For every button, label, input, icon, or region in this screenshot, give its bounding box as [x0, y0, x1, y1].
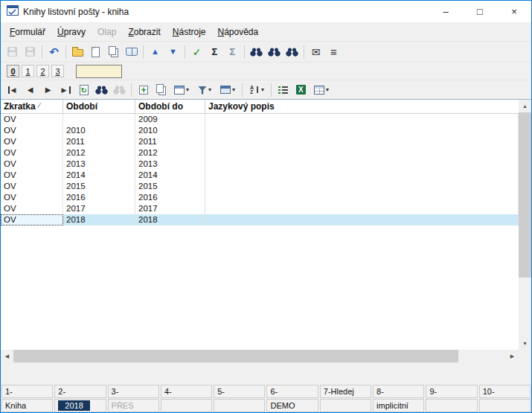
table-cell[interactable]: OV [1, 114, 63, 125]
table-cell[interactable]: 2014 [135, 170, 205, 181]
status-hotkey-2[interactable]: 2- [54, 385, 106, 398]
table-row[interactable]: OV20122012 [1, 147, 519, 159]
status-hotkey-10[interactable]: 10- [479, 385, 531, 398]
table-cell[interactable]: OV [1, 125, 63, 136]
table-cell[interactable]: 2016 [63, 192, 135, 203]
table-cell[interactable]: 2013 [63, 159, 135, 170]
table-cell[interactable]: 2010 [63, 125, 135, 136]
excel-export-button[interactable] [292, 82, 310, 98]
table-row[interactable]: OV20142014 [1, 170, 519, 181]
tab-3[interactable]: 3 [51, 65, 64, 77]
horizontal-scroll-thumb[interactable] [13, 350, 458, 362]
table-cell[interactable]: 2017 [63, 203, 135, 214]
find-next-button[interactable] [283, 44, 301, 60]
sort-button[interactable]: ▾ [246, 82, 268, 98]
table-cell[interactable]: 2014 [63, 170, 135, 181]
search-button[interactable] [93, 82, 110, 98]
status-hotkey-5[interactable]: 5- [214, 385, 265, 398]
table-cell[interactable] [205, 114, 519, 125]
table-cell[interactable]: 2009 [135, 114, 205, 125]
confirm-button[interactable]: ✓ [188, 44, 205, 60]
scroll-up-icon[interactable]: ▲ [519, 100, 531, 112]
table-cell[interactable]: OV [1, 170, 63, 181]
table-row[interactable]: OV20162016 [1, 192, 519, 203]
table-cell[interactable]: OV [1, 181, 63, 192]
table-cell[interactable]: OV [1, 214, 63, 225]
new-record-button[interactable] [87, 44, 104, 60]
column-header-4[interactable]: Jazykový popis [205, 100, 519, 113]
table-cell[interactable]: 2012 [63, 147, 135, 159]
tab-0[interactable]: 0 [7, 65, 19, 77]
table-cell[interactable]: 2015 [63, 181, 135, 192]
horizontal-scrollbar[interactable]: ◀ ▶ [1, 350, 519, 362]
next-record-button[interactable]: ▶ [39, 82, 57, 98]
table-cell[interactable]: OV [1, 192, 63, 203]
value-list-button[interactable] [275, 82, 292, 98]
table-cell[interactable]: 2015 [135, 181, 205, 192]
menu-item-napoveda[interactable]: Nápověda [211, 24, 264, 40]
sum-filtered-button[interactable]: Σ [224, 44, 241, 60]
table-cell[interactable] [205, 170, 519, 181]
table-cell[interactable] [205, 192, 519, 203]
columns-button[interactable]: ▾ [310, 82, 333, 98]
table-cell[interactable]: OV [1, 159, 63, 170]
status-hotkey-8[interactable]: 8- [373, 385, 424, 398]
table-cell[interactable]: 2018 [63, 214, 135, 225]
list-menu-button[interactable]: ≡ [325, 44, 342, 60]
status-hotkey-1[interactable]: 1- [1, 385, 53, 398]
status-hotkey-3[interactable]: 3- [108, 385, 159, 398]
scroll-down-icon[interactable]: ▼ [519, 337, 531, 350]
table-cell[interactable]: 2013 [135, 159, 205, 170]
status-hotkey-7[interactable]: 7-Hledej [320, 385, 371, 398]
move-up-button[interactable]: ▲ [147, 44, 164, 60]
table-cell[interactable] [205, 136, 519, 147]
menu-item-upravy[interactable]: Úpravy [51, 24, 92, 40]
filter-button[interactable]: ▾ [193, 82, 216, 98]
copy-record-button[interactable] [153, 82, 170, 98]
record-actions-button[interactable]: ▾ [170, 82, 193, 98]
table-cell[interactable]: 2018 [135, 214, 205, 225]
table-cell[interactable]: 2016 [135, 192, 205, 203]
table-cell[interactable] [205, 147, 519, 159]
table-cell[interactable]: 2012 [135, 147, 205, 159]
title-bar[interactable]: Knihy listovní pošty - kniha – □ × [1, 1, 531, 22]
minimize-button[interactable]: – [429, 1, 463, 22]
table-cell[interactable] [63, 114, 135, 125]
table-cell[interactable]: OV [1, 136, 63, 147]
table-cell[interactable]: OV [1, 203, 63, 214]
close-button[interactable]: × [497, 1, 531, 22]
table-row[interactable]: OV20152015 [1, 181, 519, 192]
table-cell[interactable]: 2010 [135, 125, 205, 136]
table-row[interactable]: OV20132013 [1, 159, 519, 170]
status-hotkey-4[interactable]: 4- [161, 385, 212, 398]
tab-1[interactable]: 1 [22, 65, 34, 77]
column-header-1[interactable]: Zkratka∕ [1, 100, 63, 113]
column-header-2[interactable]: Období [63, 100, 135, 113]
scroll-right-icon[interactable]: ▶ [506, 350, 519, 362]
find-add-button[interactable] [266, 44, 283, 60]
table-row[interactable]: OV20172017 [1, 203, 519, 214]
status-hotkey-9[interactable]: 9- [426, 385, 477, 398]
table-cell[interactable]: 2011 [135, 136, 205, 147]
table-cell[interactable]: OV [1, 147, 63, 159]
column-header-3[interactable]: Období do [135, 100, 205, 113]
vertical-scroll-track[interactable] [519, 278, 531, 337]
table-cell[interactable] [205, 125, 519, 136]
scroll-left-icon[interactable]: ◀ [1, 350, 13, 362]
refresh-button[interactable] [75, 82, 92, 98]
table-cell[interactable] [205, 159, 519, 170]
sum-button[interactable]: Σ [206, 44, 223, 60]
quick-search-input[interactable] [76, 65, 122, 78]
view-options-button[interactable]: ▾ [217, 82, 239, 98]
table-cell[interactable] [205, 181, 519, 192]
move-down-button[interactable]: ▼ [164, 44, 182, 60]
tab-2[interactable]: 2 [36, 65, 49, 77]
table-row[interactable]: OV20102010 [1, 125, 519, 136]
open-button[interactable] [69, 44, 86, 60]
mail-button[interactable]: ✉ [307, 44, 324, 60]
table-cell[interactable]: 2017 [135, 203, 205, 214]
maximize-button[interactable]: □ [463, 1, 497, 22]
table-cell[interactable]: 2011 [63, 136, 135, 147]
prev-record-button[interactable]: ◀ [22, 82, 39, 98]
table-row[interactable]: OV20112011 [1, 136, 519, 147]
